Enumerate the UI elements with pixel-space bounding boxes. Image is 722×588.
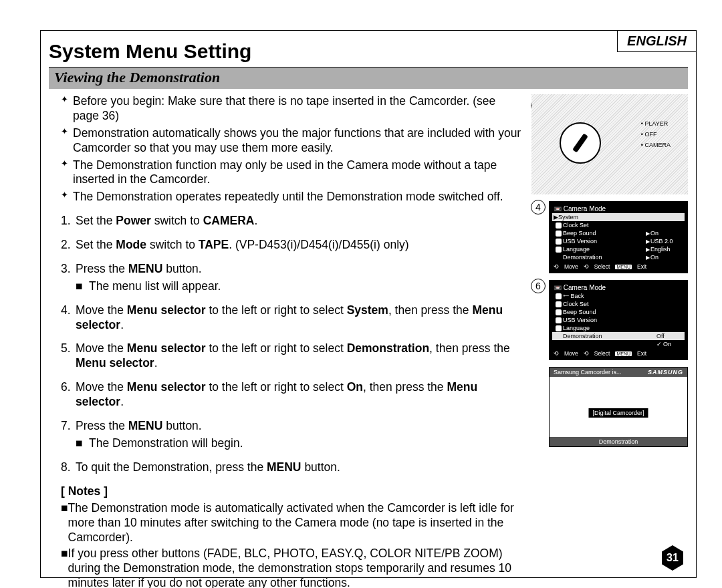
lcd-menu-item: USB Version (563, 238, 646, 245)
step-item: 8. To quit the Demonstration, press the … (61, 460, 522, 475)
lcd-menu-item: Demonstration (563, 254, 646, 261)
lcd-menu-item: Clock Set (563, 301, 683, 307)
menu-icon (556, 247, 562, 253)
lcd-menu-value: English (646, 246, 683, 253)
lcd-menu-item: USB Version (563, 317, 683, 323)
step-item: 7. Press the MENU button. ■The Demonstra… (61, 419, 522, 451)
notes-list: ■The Demonstration mode is automatically… (61, 501, 522, 588)
note-marker: ■ (61, 547, 68, 588)
move-icon: ⟲ (554, 263, 559, 270)
illustration-lcd-step4: 4 📼 Camera Mode ▶System Clock Set Beep S… (531, 201, 688, 273)
step-item: 1. Set the Power switch to CAMERA. (61, 214, 522, 229)
intro-bullet: The Demonstration operates repeatedly un… (61, 190, 522, 204)
move-icon: ⟲ (554, 350, 559, 357)
page-title: System Menu Setting (49, 40, 688, 63)
illustration-column: 1 PLAYER OFF CAMERA 4 📼 Camera Mode ▶Sys… (531, 94, 688, 588)
lcd-menu-item: Language (563, 246, 646, 253)
step-item: 3. Press the MENU button. ■The menu list… (61, 262, 522, 294)
page-frame: ENGLISH System Menu Setting Viewing the … (40, 30, 697, 578)
step-item: 4. Move the Menu selector to the left or… (61, 303, 522, 333)
substep-marker: ■ (76, 279, 89, 294)
lcd-menu-item: Beep Sound (563, 309, 683, 315)
menu-icon (556, 223, 562, 229)
step-number: 4. (61, 303, 76, 318)
lcd-menu-value: Off (656, 333, 683, 339)
language-tab: ENGLISH (617, 30, 697, 52)
lcd-menu-item: Beep Sound (563, 230, 646, 237)
intro-bullet: Before you begin: Make sure that there i… (61, 94, 522, 124)
lcd-title: 📼 Camera Mode (552, 204, 685, 213)
intro-bullet: The Demonstration function may only be u… (61, 158, 522, 188)
illustration-demo-screen: Samsung Camcorder is... SAMSUNG [Digital… (549, 367, 688, 447)
menu-icon (556, 293, 562, 299)
menu-icon (556, 239, 562, 245)
lcd-menu-value: On (646, 254, 683, 261)
steps-list: 1. Set the Power switch to CAMERA. 2. Se… (61, 214, 522, 474)
note-text: If you press other buttons (FADE, BLC, P… (68, 547, 522, 588)
step-number: 6. (61, 380, 76, 395)
menu-icon (556, 309, 562, 315)
lcd-menu-item-selected: Demonstration (563, 333, 656, 339)
lcd-menu-value: On (646, 230, 683, 237)
substep-text: The Demonstration will begin. (89, 436, 243, 451)
demo-mid-label: [Digital Camcorder] (588, 408, 648, 418)
menu-icon (556, 325, 562, 331)
illustration-number: 4 (531, 200, 546, 214)
step-number: 8. (61, 460, 76, 475)
select-icon: ⟲ (584, 350, 589, 357)
step-item: 5. Move the Menu selector to the left or… (61, 341, 522, 371)
select-icon: ⟲ (584, 263, 589, 270)
lcd-footer: ⟲Move ⟲Select MENUExit (552, 348, 685, 357)
substep-text: The menu list will appear. (89, 279, 221, 294)
menu-button-icon: MENU (615, 351, 632, 356)
lcd-menu-value-checked: On (656, 341, 683, 347)
step-item: 6. Move the Menu selector to the left or… (61, 380, 522, 410)
lcd-menu-item: Language (563, 325, 683, 331)
demo-bottom-label: Demonstration (550, 437, 687, 446)
power-label: PLAYER (641, 118, 671, 129)
power-dial-icon (560, 122, 601, 164)
step-number: 1. (61, 214, 76, 229)
step-number: 2. (61, 238, 76, 253)
menu-icon (556, 317, 562, 323)
step-number: 5. (61, 341, 76, 356)
lcd-back-item: ⭠ Back (563, 293, 683, 299)
note-marker: ■ (61, 501, 68, 545)
lcd-system-label: ▶System (554, 214, 578, 220)
lcd-footer: ⟲Move ⟲Select MENUExit (552, 261, 685, 270)
brand-logo: SAMSUNG (648, 369, 683, 376)
power-label: OFF (641, 129, 671, 140)
step-item: 2. Set the Mode switch to TAPE. (VP-D453… (61, 238, 522, 253)
intro-bullets: Before you begin: Make sure that there i… (61, 94, 522, 204)
substep-marker: ■ (76, 436, 89, 451)
lcd-title: 📼 Camera Mode (552, 283, 685, 292)
menu-icon (556, 301, 562, 307)
section-heading: Viewing the Demonstration (49, 67, 688, 89)
illustration-lcd-step6: 6 📼 Camera Mode ⭠ Back Clock Set Beep So… (531, 280, 688, 360)
power-label: CAMERA (641, 140, 671, 150)
illustration-power-switch: 1 PLAYER OFF CAMERA (531, 94, 688, 194)
illustration-number: 6 (531, 279, 546, 293)
note-text: The Demonstration mode is automatically … (68, 501, 522, 545)
notes-heading: [ Notes ] (61, 484, 522, 499)
menu-button-icon: MENU (615, 265, 632, 269)
step-number: 7. (61, 419, 76, 434)
demo-top-text: Samsung Camcorder is... (554, 369, 622, 376)
lcd-menu-value: USB 2.0 (646, 238, 683, 245)
power-labels: PLAYER OFF CAMERA (641, 118, 671, 151)
content-column: Before you begin: Make sure that there i… (49, 94, 522, 588)
menu-icon (556, 231, 562, 237)
intro-bullet: Demonstration automatically shows you th… (61, 126, 522, 156)
lcd-menu-item: Clock Set (563, 222, 646, 229)
step-number: 3. (61, 262, 76, 277)
